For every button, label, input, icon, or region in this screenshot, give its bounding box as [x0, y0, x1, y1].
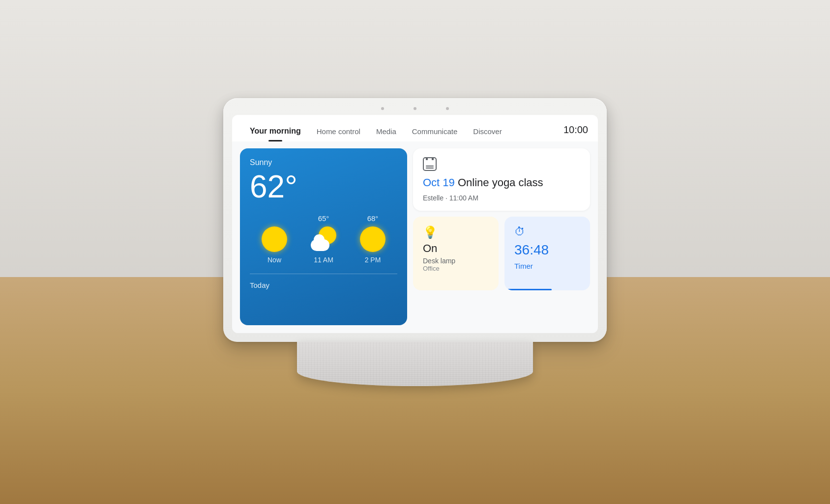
- tab-discover[interactable]: Discover: [465, 123, 509, 141]
- lamp-status: On: [423, 242, 489, 255]
- nav-bar: Your morning Home control Media Communic…: [232, 115, 598, 141]
- google-home-hub: Your morning Home control Media Communic…: [223, 98, 607, 342]
- weather-temperature: 62°: [250, 171, 397, 202]
- cal-line-1: [426, 166, 434, 167]
- tab-media[interactable]: Media: [368, 123, 404, 141]
- forecast-label-11am: 11 AM: [314, 256, 333, 264]
- weather-day: Today: [250, 281, 397, 289]
- calendar-icon-row: [423, 157, 580, 171]
- forecast-2pm: 68° 2 PM: [360, 214, 385, 264]
- event-date: Oct 19: [423, 176, 455, 189]
- lamp-location: Office: [423, 265, 489, 272]
- camera-sensor-right: [446, 107, 449, 110]
- bottom-cards: 💡 On Desk lamp Office ⏱ 36:48 Timer: [413, 217, 590, 290]
- sun-icon-2pm: [360, 226, 385, 252]
- current-time: 10:00: [563, 124, 588, 140]
- forecast-temp-11am: 65°: [318, 214, 329, 223]
- lamp-name: Desk lamp: [423, 257, 489, 265]
- cal-line-2: [426, 168, 434, 168]
- camera-row: [232, 107, 598, 110]
- cloud-part: [311, 239, 329, 251]
- lightbulb-icon: 💡: [423, 225, 489, 239]
- event-meta: Estelle · 11:00 AM: [423, 194, 580, 202]
- forecast-label-2pm: 2 PM: [365, 256, 381, 264]
- weather-card[interactable]: Sunny 62° Now 65°: [240, 148, 407, 325]
- stopwatch-icon: ⏱: [514, 225, 580, 238]
- timer-card[interactable]: ⏱ 36:48 Timer: [504, 217, 590, 290]
- forecast-temp-2pm: 68°: [367, 214, 379, 223]
- calendar-card[interactable]: Oct 19 Online yoga class Estelle · 11:00…: [413, 148, 590, 211]
- timer-label: Timer: [514, 262, 580, 270]
- weather-divider: [250, 274, 397, 274]
- timer-display: 36:48: [514, 242, 580, 258]
- right-panel: Oct 19 Online yoga class Estelle · 11:00…: [413, 148, 590, 325]
- tab-home-control[interactable]: Home control: [309, 123, 368, 141]
- event-name: Online yoga class: [458, 176, 543, 189]
- device-screen: Your morning Home control Media Communic…: [232, 115, 598, 333]
- content-area: Sunny 62° Now 65°: [232, 141, 598, 333]
- forecast-temp-now: [273, 214, 275, 223]
- calendar-icon: [423, 157, 437, 171]
- tab-your-morning[interactable]: Your morning: [242, 123, 309, 141]
- sun-icon-now: [262, 226, 287, 252]
- forecast-label-now: Now: [267, 256, 281, 264]
- weather-forecast: Now 65° 11 AM 68: [250, 214, 397, 264]
- sun-cloud-icon: [311, 226, 336, 252]
- forecast-now: Now: [262, 214, 287, 264]
- weather-condition: Sunny: [250, 158, 397, 167]
- calendar-lines: [426, 166, 434, 168]
- tab-communicate[interactable]: Communicate: [404, 123, 466, 141]
- camera-sensor-center: [414, 107, 416, 110]
- camera-sensor-left: [381, 107, 384, 110]
- speaker-base: [297, 342, 533, 386]
- lamp-card[interactable]: 💡 On Desk lamp Office: [413, 217, 499, 290]
- event-title: Oct 19 Online yoga class: [423, 176, 580, 190]
- forecast-11am: 65° 11 AM: [311, 214, 336, 264]
- timer-progress-bar: [504, 289, 552, 290]
